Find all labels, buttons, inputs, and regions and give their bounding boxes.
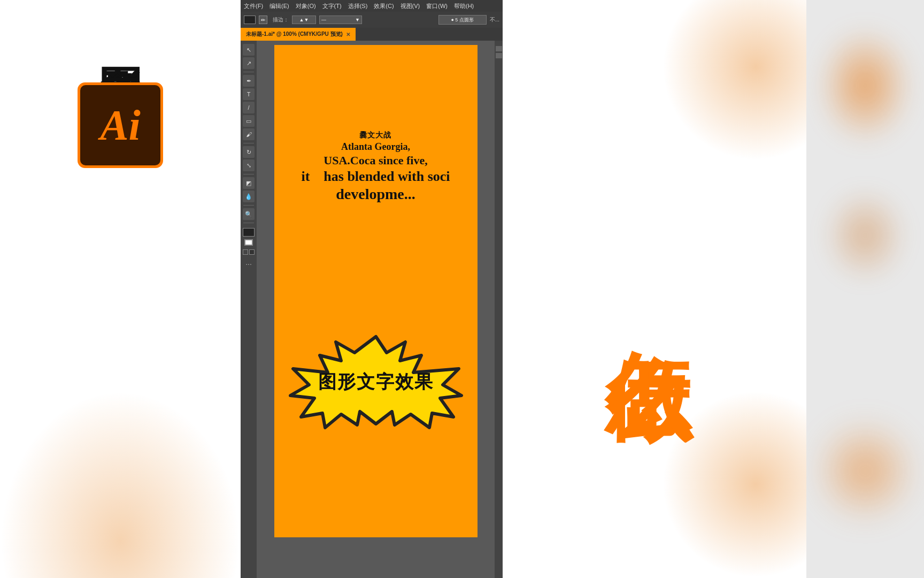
text-line-5: developme... (336, 186, 415, 203)
toolbar-extra: 不... (490, 16, 499, 24)
paint-tool[interactable]: 🖌 (243, 128, 255, 140)
right-tool-2 (496, 53, 502, 58)
menu-select[interactable]: 选择(S) (348, 2, 368, 10)
pen-icon[interactable]: ✏ (259, 16, 267, 24)
tool-separator-5 (243, 223, 254, 223)
illustrator-window: 文件(F) 编辑(E) 对象(O) 文字(T) 选择(S) 效果(C) 视图(V… (241, 0, 503, 578)
canvas-area: ↖ ↗ ✒ T / ▭ 🖌 ↻ ⤡ ◩ 💧 🔍 ··· (241, 41, 503, 578)
tab-close-button[interactable]: ✕ (346, 32, 350, 37)
chevron-down-icon: ▼ (355, 17, 360, 22)
stroke-swatch[interactable] (244, 239, 253, 246)
color-mode-btns (243, 249, 255, 255)
eyedropper-tool[interactable]: 💧 (243, 191, 255, 202)
canvas-main: 爨文大战 Atlanta Georgia, USA.Coca since fiv… (257, 41, 495, 578)
rotate-tool[interactable]: ↻ (243, 146, 255, 158)
stroke-dropdown[interactable]: — ▼ (319, 16, 362, 24)
color-mode-none[interactable] (249, 249, 255, 255)
tool-separator-2 (243, 143, 254, 143)
left-panel: 图形文字效果 Ai (0, 0, 241, 578)
text-line-4: it has blended with soci (301, 169, 450, 185)
menu-help[interactable]: 帮助(H) (454, 2, 474, 10)
menu-bar[interactable]: 文件(F) 编辑(E) 对象(O) 文字(T) 选择(S) 效果(C) 视图(V… (241, 0, 503, 12)
far-right-blur-2 (812, 417, 919, 524)
select-tool[interactable]: ↖ (243, 44, 255, 56)
pen-tool[interactable]: ✒ (243, 75, 255, 87)
text-line-3: USA.Coca since five, (324, 154, 427, 168)
line-tool[interactable]: / (243, 102, 255, 113)
menu-effect[interactable]: 效果(C) (374, 2, 394, 10)
far-right-panel (806, 0, 924, 578)
stroke-label: 描边： (273, 16, 289, 24)
menu-file[interactable]: 文件(F) (244, 2, 263, 10)
right-panel-strip (495, 41, 503, 578)
color-mode-color[interactable] (243, 249, 248, 255)
right-panel: 怎么做 (503, 0, 806, 578)
more-tools[interactable]: ··· (245, 260, 252, 268)
menu-edit[interactable]: 编辑(E) (270, 2, 289, 10)
far-right-blur-1 (817, 27, 913, 144)
bubble-container: 图形文字效果 (288, 334, 464, 430)
gradient-tool[interactable]: ◩ (243, 177, 255, 189)
menu-window[interactable]: 窗口(W) (426, 2, 448, 10)
left-title: 图形文字效果 (97, 32, 143, 45)
tool-separator-1 (243, 72, 254, 72)
toolbar-bar: ✏ 描边： ▲▼ — ▼ ● 5 点圆形 不... (241, 12, 503, 28)
type-tool[interactable]: T (243, 88, 255, 100)
left-bg-blur (0, 391, 241, 578)
circle-btn[interactable]: ● 5 点圆形 (438, 15, 487, 25)
tab-bar: 未标题-1.ai* @ 100% (CMYK/GPU 预览) ✕ (241, 28, 503, 41)
far-right-blur-3 (822, 187, 908, 284)
tool-separator-3 (243, 174, 254, 174)
text-area: 爨文大战 Atlanta Georgia, USA.Coca since fiv… (301, 131, 450, 203)
bubble-text: 图形文字效果 (318, 370, 434, 394)
menu-object[interactable]: 对象(O) (296, 2, 316, 10)
tool-separator-4 (243, 205, 254, 206)
ai-logo-container: Ai (78, 82, 163, 168)
fill-swatch[interactable] (243, 228, 255, 237)
tab-label: 未标题-1.ai* @ 100% (CMYK/GPU 预览) (246, 31, 343, 38)
artboard: 爨文大战 Atlanta Georgia, USA.Coca since fiv… (274, 45, 478, 537)
menu-text[interactable]: 文字(T) (322, 2, 342, 10)
right-title: 怎么做 (606, 281, 692, 297)
stroke-input[interactable]: ▲▼ (292, 16, 316, 24)
circle-btn-label: ● 5 点圆形 (451, 17, 473, 24)
stroke-dropdown-label: — (321, 17, 326, 22)
left-tools: ↖ ↗ ✒ T / ▭ 🖌 ↻ ⤡ ◩ 💧 🔍 ··· (241, 41, 257, 578)
ai-logo-text: Ai (100, 104, 141, 147)
text-line-2: Atlanta Georgia, (341, 141, 410, 153)
active-tab[interactable]: 未标题-1.ai* @ 100% (CMYK/GPU 预览) ✕ (241, 28, 356, 41)
ai-logo-inner: Ai (80, 85, 160, 165)
menu-view[interactable]: 视图(V) (401, 2, 420, 10)
direct-select-tool[interactable]: ↗ (243, 57, 255, 69)
text-line-1: 爨文大战 (359, 131, 391, 140)
color-box[interactable] (244, 16, 256, 24)
scale-tool[interactable]: ⤡ (243, 159, 255, 171)
shape-tool[interactable]: ▭ (243, 115, 255, 127)
zoom-tool[interactable]: 🔍 (243, 208, 255, 220)
right-tool-1 (496, 46, 502, 51)
